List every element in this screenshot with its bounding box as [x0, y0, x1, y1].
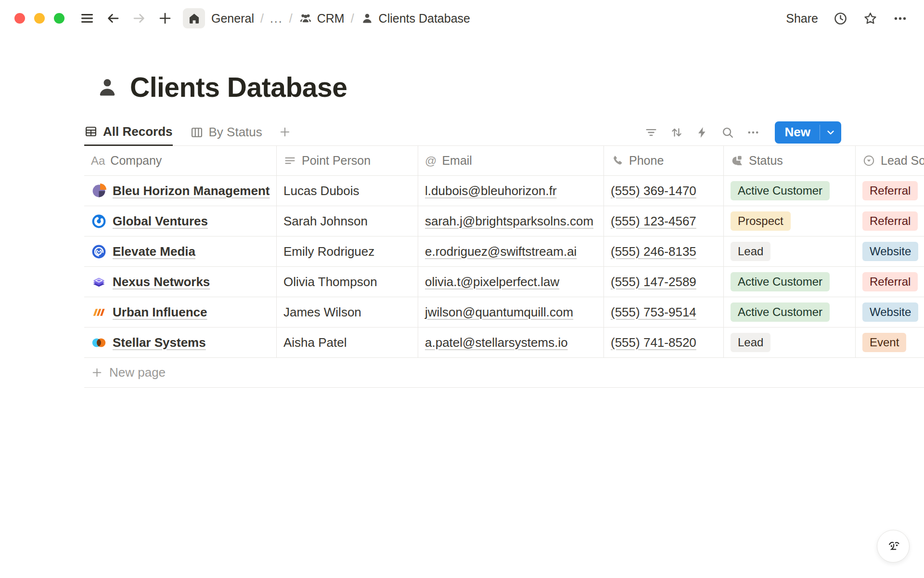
breadcrumb-workspace[interactable]: General [211, 12, 254, 26]
forward-arrow-icon[interactable] [132, 11, 146, 26]
status-cell[interactable]: Active Customer [724, 297, 856, 327]
company-cell[interactable]: Urban Influence [84, 297, 277, 327]
point-person-cell[interactable]: Emily Rodriguez [277, 236, 418, 266]
status-cell[interactable]: Lead [724, 236, 856, 266]
company-cell[interactable]: Global Ventures [84, 206, 277, 236]
share-button[interactable]: Share [786, 12, 818, 26]
column-header-point-person[interactable]: Point Person [277, 146, 418, 175]
person-icon [360, 12, 374, 25]
lead-source-cell[interactable]: Website [856, 236, 924, 266]
add-view-plus-icon[interactable] [279, 118, 291, 145]
status-badge: Active Customer [731, 181, 830, 200]
status-cell[interactable]: Active Customer [724, 267, 856, 297]
point-person-cell[interactable]: Aisha Patel [277, 328, 418, 357]
lead-source-badge: Event [862, 333, 906, 352]
window-titlebar: General / ... / CRM / Clients Database S… [0, 0, 924, 37]
sidebar-menu-icon[interactable] [80, 11, 94, 26]
lead-source-cell[interactable]: Event [856, 328, 924, 357]
people-icon [299, 12, 312, 25]
column-header-phone[interactable]: Phone [604, 146, 724, 175]
phone-cell[interactable]: (555) 369-1470 [604, 176, 724, 206]
page-person-icon[interactable] [95, 75, 119, 99]
point-person-cell[interactable]: Lucas Dubois [277, 176, 418, 206]
email-cell[interactable]: e.rodriguez@swiftstream.ai [418, 236, 604, 266]
more-options-icon[interactable] [893, 11, 908, 26]
status-cell[interactable]: Active Customer [724, 176, 856, 206]
stellar-systems-logo-icon [91, 335, 107, 351]
email-cell[interactable]: jwilson@quantumquill.com [418, 297, 604, 327]
new-record-label[interactable]: New [775, 121, 820, 144]
notion-ai-face-button[interactable] [877, 530, 910, 563]
phone-cell[interactable]: (555) 123-4567 [604, 206, 724, 236]
back-arrow-icon[interactable] [106, 11, 120, 26]
elevate-media-logo-icon [91, 244, 107, 260]
page-title[interactable]: Clients Database [130, 71, 347, 103]
close-window-button[interactable] [14, 13, 25, 24]
email-property-icon: @ [425, 154, 436, 168]
sort-icon[interactable] [670, 126, 683, 139]
status-badge: Prospect [731, 211, 791, 231]
tab-all-records[interactable]: All Records [84, 118, 173, 146]
filter-icon[interactable] [644, 126, 658, 139]
phone-cell[interactable]: (555) 741-8520 [604, 328, 724, 357]
lead-source-cell[interactable]: Referral [856, 176, 924, 206]
board-view-icon [190, 126, 204, 139]
company-cell[interactable]: Nexus Networks [84, 267, 277, 297]
company-cell[interactable]: Stellar Systems [84, 328, 277, 357]
point-person-cell[interactable]: James Wilson [277, 297, 418, 327]
recent-history-clock-icon[interactable] [833, 11, 848, 26]
view-options-ellipsis-icon[interactable] [746, 126, 760, 139]
point-person-cell[interactable]: Sarah Johnson [277, 206, 418, 236]
table-row: Stellar Systems Aisha Patel a.patel@stel… [84, 328, 924, 358]
column-header-status[interactable]: Status [724, 146, 856, 175]
search-icon[interactable] [721, 126, 734, 139]
email-cell[interactable]: l.dubois@bleuhorizon.fr [418, 176, 604, 206]
table-view-icon [84, 125, 98, 138]
table-row: Urban Influence James Wilson jwilson@qua… [84, 297, 924, 328]
new-record-dropdown[interactable] [820, 121, 841, 144]
table-row: Bleu Horizon Management Lucas Dubois l.d… [84, 176, 924, 206]
breadcrumb-collapsed[interactable]: ... [270, 12, 283, 26]
lead-source-cell[interactable]: Website [856, 297, 924, 327]
chevron-down-icon [825, 127, 836, 138]
breadcrumb-team[interactable]: CRM [299, 12, 345, 26]
new-page-row[interactable]: New page [84, 358, 924, 388]
column-header-email[interactable]: @ Email [418, 146, 604, 175]
status-badge: Active Customer [731, 272, 830, 291]
email-cell[interactable]: sarah.j@brightsparksolns.com [418, 206, 604, 236]
point-person-cell[interactable]: Olivia Thompson [277, 267, 418, 297]
lead-source-badge: Website [862, 242, 918, 261]
zoom-window-button[interactable] [54, 13, 64, 24]
lead-source-cell[interactable]: Referral [856, 206, 924, 236]
table-row: Nexus Networks Olivia Thompson olivia.t@… [84, 267, 924, 297]
phone-cell[interactable]: (555) 147-2589 [604, 267, 724, 297]
phone-cell[interactable]: (555) 246-8135 [604, 236, 724, 266]
status-cell[interactable]: Lead [724, 328, 856, 357]
status-badge: Active Customer [731, 302, 830, 322]
column-header-lead-source[interactable]: Lead Source [856, 146, 924, 175]
new-tab-plus-icon[interactable] [158, 11, 172, 26]
status-property-icon [731, 154, 744, 167]
phone-cell[interactable]: (555) 753-9514 [604, 297, 724, 327]
email-cell[interactable]: a.patel@stellarsystems.io [418, 328, 604, 357]
automation-lightning-icon[interactable] [695, 126, 709, 139]
doodle-face-icon [882, 535, 904, 557]
breadcrumb-page[interactable]: Clients Database [360, 12, 470, 26]
breadcrumb: General / ... / CRM / Clients Database [211, 12, 470, 26]
lead-source-cell[interactable]: Referral [856, 267, 924, 297]
minimize-window-button[interactable] [34, 13, 45, 24]
table-header-row: Aa Company Point Person @ Email Phone St… [84, 146, 924, 176]
company-cell[interactable]: Elevate Media [84, 236, 277, 266]
breadcrumb-separator: / [289, 12, 293, 26]
status-cell[interactable]: Prospect [724, 206, 856, 236]
home-icon[interactable] [183, 8, 205, 28]
favorite-star-icon[interactable] [863, 11, 878, 26]
company-cell[interactable]: Bleu Horizon Management [84, 176, 277, 206]
global-ventures-logo-icon [91, 213, 107, 229]
new-page-label: New page [109, 365, 166, 380]
new-record-button[interactable]: New [775, 121, 841, 144]
plus-icon [91, 367, 103, 379]
email-cell[interactable]: olivia.t@pixelperfect.law [418, 267, 604, 297]
tab-by-status[interactable]: By Status [190, 118, 262, 146]
column-header-company[interactable]: Aa Company [84, 146, 277, 175]
